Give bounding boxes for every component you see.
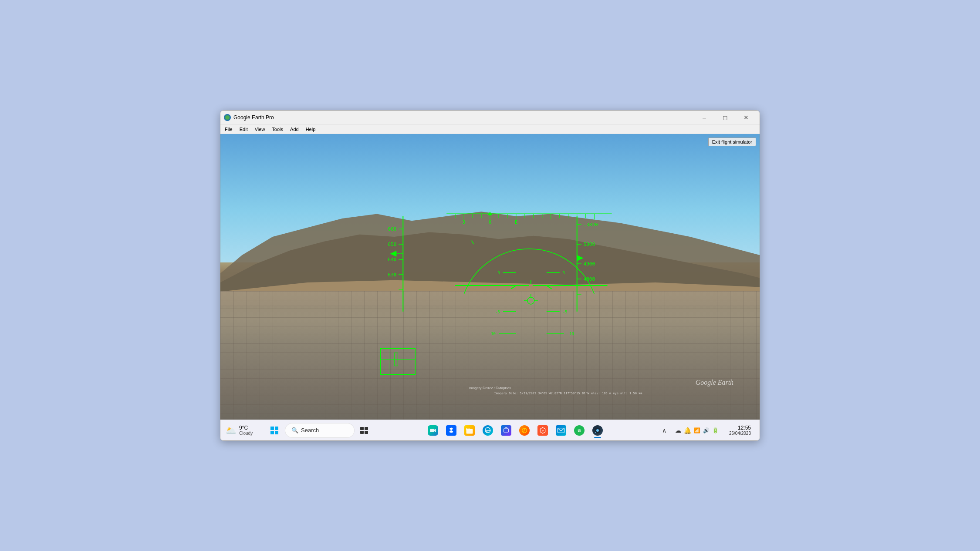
exit-flight-simulator-button[interactable]: Exit flight simulator	[708, 138, 756, 146]
weather-description: Cloudy	[239, 431, 253, 436]
taskbar-apps	[374, 422, 657, 439]
svg-line-49	[472, 241, 474, 245]
hud-overlay: 660 650 640 630 -3820 5000	[220, 134, 760, 420]
search-icon: 🔍	[291, 427, 298, 433]
svg-marker-9	[390, 251, 396, 257]
svg-text:660: 660	[388, 226, 397, 232]
menu-help[interactable]: Help	[303, 126, 318, 133]
svg-text:-5: -5	[495, 310, 500, 314]
svg-text:5000: 5000	[584, 242, 595, 247]
svg-text:630: 630	[388, 272, 397, 278]
svg-text:E: E	[515, 220, 517, 225]
menu-view[interactable]: View	[252, 126, 268, 133]
wifi-icon: 📶	[694, 427, 700, 433]
svg-marker-48	[488, 212, 492, 215]
cloud-tray-icon: ☁	[675, 427, 681, 434]
clock-time: 12:55	[738, 425, 751, 431]
window-controls: – ◻ ✕	[694, 111, 756, 124]
svg-rect-88	[430, 429, 434, 432]
taskbar-app-files[interactable]	[461, 422, 478, 439]
steam-icon	[592, 425, 603, 436]
chevron-icon: ∧	[662, 427, 666, 434]
svg-text:-5: -5	[563, 310, 568, 314]
svg-text:4900: 4900	[584, 261, 595, 267]
task-view-icon	[360, 427, 368, 434]
mail-icon	[556, 425, 566, 436]
task-view-button[interactable]	[356, 423, 372, 438]
svg-text:-3820: -3820	[584, 222, 598, 228]
menu-add[interactable]: Add	[287, 126, 301, 133]
volume-icon: 🔊	[703, 427, 710, 433]
weather-icon: 🌥️	[226, 425, 237, 436]
taskbar-app-edge[interactable]	[479, 422, 497, 439]
svg-text:650: 650	[388, 242, 397, 247]
svg-rect-84	[360, 427, 364, 430]
svg-text:5: 5	[563, 271, 565, 275]
svg-rect-82	[270, 431, 274, 434]
svg-text:-10: -10	[489, 332, 496, 336]
tray-notification-icons[interactable]: ☁ 🔔 📶 🔊 🔋	[672, 425, 722, 436]
show-hidden-icons-button[interactable]: ∧	[659, 425, 670, 436]
svg-text:6: 6	[489, 220, 491, 225]
svg-rect-81	[275, 427, 278, 430]
maximize-button[interactable]: ◻	[715, 111, 735, 124]
windows-logo-icon	[270, 427, 278, 434]
main-content: Exit flight simulator 660 650 640 630	[220, 134, 760, 420]
svg-rect-90	[466, 429, 473, 434]
svg-rect-87	[365, 431, 368, 434]
firefox-icon	[519, 425, 530, 436]
menu-tools[interactable]: Tools	[269, 126, 286, 133]
svg-point-69	[527, 297, 534, 304]
app-icon	[224, 114, 231, 121]
svg-rect-83	[275, 431, 278, 434]
start-button[interactable]	[266, 423, 283, 438]
svg-line-55	[511, 286, 516, 289]
edge-icon	[483, 425, 493, 436]
dropbox-icon	[446, 425, 456, 436]
svg-text:-10: -10	[567, 332, 574, 336]
files-icon	[464, 425, 475, 436]
taskbar-app-brave[interactable]	[534, 422, 551, 439]
weather-widget[interactable]: 🌥️ 9°C Cloudy	[226, 425, 260, 436]
weather-text: 9°C Cloudy	[239, 425, 253, 436]
meet-icon	[428, 425, 438, 436]
menu-edit[interactable]: Edit	[237, 126, 250, 133]
clock-date: 26/04/2023	[729, 431, 751, 436]
svg-line-56	[547, 286, 552, 289]
clock[interactable]: 12:55 26/04/2023	[724, 423, 754, 437]
earth-view: Exit flight simulator 660 650 640 630	[220, 134, 760, 420]
svg-rect-80	[270, 427, 274, 430]
brave-icon	[537, 425, 548, 436]
menu-bar: File Edit View Tools Add Help	[220, 124, 760, 134]
taskbar-app-spotify[interactable]	[571, 422, 588, 439]
menu-file[interactable]: File	[222, 126, 235, 133]
svg-text:5: 5	[498, 271, 500, 275]
svg-rect-86	[360, 431, 364, 434]
search-bar[interactable]: 🔍 Search	[285, 423, 355, 438]
store-icon	[501, 425, 511, 436]
title-bar: Google Earth Pro – ◻ ✕	[220, 111, 760, 124]
taskbar-app-steam[interactable]	[589, 422, 606, 439]
battery-icon: 🔋	[712, 427, 719, 433]
svg-point-95	[596, 429, 599, 432]
svg-text:Google Earth: Google Earth	[696, 379, 733, 386]
taskbar-app-meet[interactable]	[424, 422, 442, 439]
application-window: Google Earth Pro – ◻ ✕ File Edit View To…	[220, 110, 760, 441]
notification-bell-icon: 🔔	[684, 427, 691, 434]
taskbar: 🌥️ 9°C Cloudy 🔍 Search	[220, 420, 760, 440]
weather-temperature: 9°C	[239, 425, 253, 431]
taskbar-app-dropbox[interactable]	[443, 422, 460, 439]
svg-text:3: 3	[463, 220, 465, 225]
taskbar-app-mail[interactable]	[552, 422, 570, 439]
svg-rect-85	[365, 427, 368, 430]
close-button[interactable]: ✕	[736, 111, 756, 124]
window-title: Google Earth Pro	[233, 114, 694, 121]
system-tray: ∧ ☁ 🔔 📶 🔊 🔋 12:55 26/04/2023	[659, 423, 754, 437]
svg-text:640: 640	[388, 257, 397, 262]
svg-marker-89	[434, 429, 436, 432]
taskbar-app-firefox[interactable]	[516, 422, 533, 439]
taskbar-app-store[interactable]	[497, 422, 515, 439]
minimize-button[interactable]: –	[694, 111, 714, 124]
spotify-icon	[574, 425, 585, 436]
svg-text:Imagery ©2022 / ©MapBox: Imagery ©2022 / ©MapBox	[469, 386, 511, 390]
